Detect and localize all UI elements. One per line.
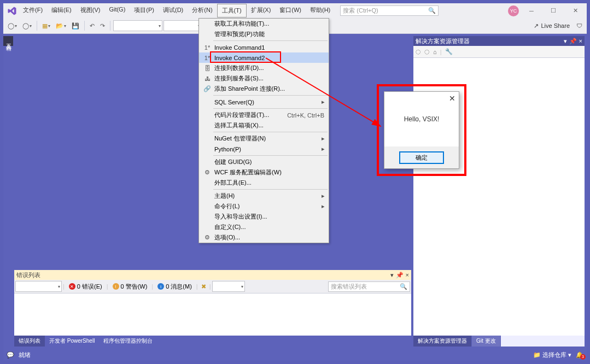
nav-fwd-button[interactable]: ◯ ▾ [20,21,34,31]
minimize-button[interactable]: ─ [522,5,541,17]
platform-combo[interactable]: ▾ [163,20,202,31]
open-button[interactable]: 📂 ▾ [54,21,68,31]
vs-logo-icon [5,4,19,17]
error-body [14,293,411,336]
menu-item-22[interactable]: 命令行(L)▸ [199,201,329,212]
submenu-arrow-icon: ▸ [320,145,326,152]
toolbox-tab[interactable]: 工具箱 [3,36,13,46]
menu-7[interactable]: 工具(T) [217,4,247,17]
menu-10[interactable]: 帮助(H) [306,4,335,17]
live-share-icon: ↗ [534,22,539,30]
home-icon[interactable]: ⌂ [433,49,437,55]
menu-item-label: 添加 SharePoint 连接(R)... [213,85,326,93]
admin-icon[interactable]: 🛡 [574,21,585,30]
config-combo[interactable]: ▾ [113,20,162,31]
solution-explorer-panel: 解决方案资源管理器 ▾ 📌 × ◌ ◌ ⌂ | 🔧 解决方案资源管理器 Git … [413,36,585,347]
build-filter-combo[interactable]: ▾ [212,281,245,292]
tab-solution-explorer[interactable]: 解决方案资源管理器 [413,336,472,347]
repo-selector[interactable]: 📁 选择仓库 ▾ [533,351,571,359]
menu-item-12[interactable]: 选择工具箱项(X)... [199,120,329,131]
menu-item-24[interactable]: 自定义(C)... [199,222,329,232]
menu-item-19[interactable]: 外部工具(E)... [199,178,329,188]
submenu-arrow-icon: ▸ [320,203,326,210]
menu-item-25[interactable]: ⚙选项(O)... [199,232,329,243]
tab-package-console[interactable]: 程序包管理器控制台 [99,336,157,347]
tab-git-changes[interactable]: Git 更改 [472,336,501,347]
menu-item-label: 导入和导出设置(I)... [213,213,326,221]
menu-item-17[interactable]: 创建 GUID(G) [199,157,329,167]
error-search-input[interactable]: 搜索错误列表 🔍 [328,281,410,292]
menu-item-4[interactable]: 1*Invoke Command2 [199,52,329,63]
notifications-button[interactable]: 🔔3 [576,351,583,359]
menu-5[interactable]: 调试(D) [159,4,188,17]
error-pin-icon[interactable]: 📌 [396,272,404,279]
undo-button[interactable]: ↶ [87,21,97,31]
menu-item-1[interactable]: 管理和预览(P)功能 [199,29,329,39]
save-button[interactable]: 💾 [69,21,81,31]
redo-button[interactable]: ↷ [98,21,107,31]
live-share-button[interactable]: ↗ Live Share [530,22,573,30]
fwd-icon[interactable]: ◌ [424,48,430,55]
menu-item-label: SQL Server(Q) [213,99,320,105]
menu-item-9[interactable]: SQL Server(Q)▸ [199,97,329,107]
menu-item-18[interactable]: ⚙WCF 服务配置编辑器(W) [199,167,329,178]
menu-item-6[interactable]: 🖧连接到服务器(S)... [199,73,329,84]
error-scope-combo[interactable]: ▾ [15,281,62,292]
menu-item-15[interactable]: Python(P)▸ [199,144,329,154]
error-list-panel: 错误列表 ▾ 📌 × ▾ | ✕ 0 错误(E) | ! 0 [14,270,411,347]
menu-bar: 文件(F)编辑(E)视图(V)Git(G)项目(P)调试(D)分析(N)工具(T… [19,4,335,17]
wcf-icon: ⚙ [201,169,213,176]
panel-pin-icon[interactable]: 📌 [569,38,577,45]
menu-item-14[interactable]: NuGet 包管理器(N)▸ [199,133,329,144]
avatar[interactable]: YC [508,5,519,16]
menu-8[interactable]: 扩展(X) [247,4,276,17]
close-button[interactable]: ✕ [566,5,585,17]
panel-dropdown-icon[interactable]: ▾ [564,38,567,45]
status-chat-icon[interactable]: 💬 [7,351,14,359]
message-dialog: ✕ Hello, VSIX! 确定 [384,91,459,169]
menu-9[interactable]: 窗口(W) [275,4,306,17]
dialog-close-button[interactable]: ✕ [449,94,455,103]
menu-item-11[interactable]: 代码片段管理器(T)...Ctrl+K, Ctrl+B [199,110,329,120]
wrench-icon[interactable]: 🔧 [445,48,453,55]
tab-error-list[interactable]: 错误列表 [14,336,45,347]
new-project-button[interactable]: ▦ ▾ [40,21,52,31]
menu-item-21[interactable]: 主题(H)▸ [199,191,329,201]
menu-item-label: 连接到服务器(S)... [213,74,326,83]
maximize-button[interactable]: ☐ [544,5,563,17]
1*-icon: 1* [201,55,213,61]
menu-2[interactable]: 视图(V) [76,4,105,17]
search-input[interactable]: 搜索 (Ctrl+Q) 🔍 [340,5,439,16]
sp-icon: 🔗 [201,85,213,92]
menu-6[interactable]: 分析(N) [188,4,217,17]
menu-item-label: 命令行(L) [213,202,320,210]
menu-item-5[interactable]: 🗄连接到数据库(D)... [199,63,329,73]
error-close-icon[interactable]: × [406,272,409,279]
warning-icon: ! [113,283,119,290]
panel-header: 解决方案资源管理器 ▾ 📌 × [413,36,585,46]
db-icon: 🗄 [201,65,213,72]
error-filter-warnings[interactable]: ! 0 警告(W) [109,283,151,291]
menu-item-label: 自定义(C)... [213,223,326,231]
dialog-message: Hello, VSIX! [384,92,459,146]
dialog-ok-button[interactable]: 确定 [399,151,444,164]
tab-powershell[interactable]: 开发者 PowerShell [45,336,99,347]
live-share-label: Live Share [541,22,570,29]
nav-back-button[interactable]: ◯ ▾ [5,21,19,31]
menu-1[interactable]: 编辑(E) [47,4,76,17]
error-filter-errors[interactable]: ✕ 0 错误(E) [66,283,106,291]
menu-item-3[interactable]: 1*Invoke Command1 [199,42,329,52]
menu-item-7[interactable]: 🔗添加 SharePoint 连接(R)... [199,84,329,94]
back-icon[interactable]: ◌ [416,48,421,55]
submenu-arrow-icon: ▸ [320,98,326,105]
error-filter-messages[interactable]: i 0 消息(M) [154,283,195,291]
clear-button[interactable]: ✖ [199,282,208,291]
panel-close-icon[interactable]: × [579,38,582,45]
menu-3[interactable]: Git(G) [104,4,130,17]
menu-0[interactable]: 文件(F) [19,4,47,17]
menu-item-0[interactable]: 获取工具和功能(T)... [199,19,329,29]
error-dropdown-icon[interactable]: ▾ [390,272,394,279]
menu-item-label: 主题(H) [213,192,320,200]
menu-item-23[interactable]: 导入和导出设置(I)... [199,212,329,222]
menu-4[interactable]: 项目(P) [130,4,159,17]
